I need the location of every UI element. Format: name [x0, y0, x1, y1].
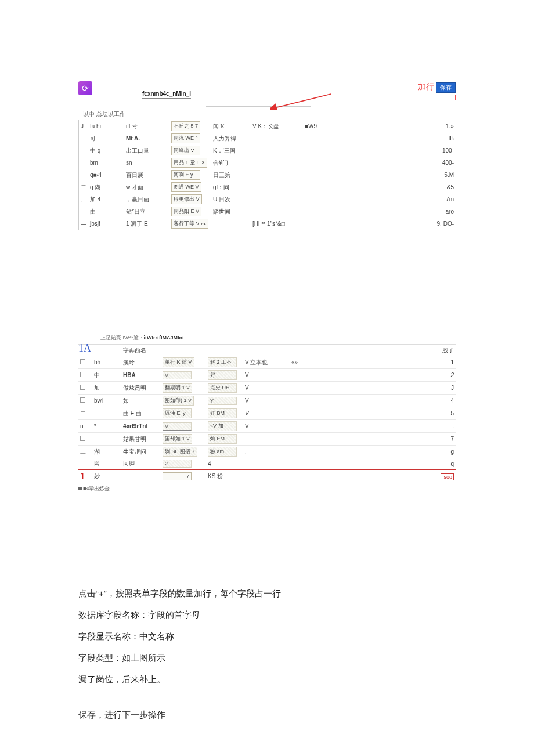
select-cell[interactable]: 客行丁等 V ጤ	[171, 219, 208, 229]
instr-line: 数据库字段名称：字段的首字母	[78, 607, 456, 623]
table-row: 二 曲 E 曲 愿油 Ei y 娃 BM V 5	[78, 407, 456, 420]
table-row: 可 Mt A. 同流 WE ^ 人力算得 IB	[79, 132, 456, 144]
instr-line: 保存，进行下一步操作	[78, 707, 456, 722]
meta-line: 以中 总坛以工作	[83, 110, 456, 118]
select-cell[interactable]: 河咧 E y	[171, 170, 200, 180]
table-row: 由 鲇*日立 同品阳 E V 踏世间 aro	[79, 205, 456, 218]
select-cell[interactable]: 愿油 Ei y	[163, 408, 192, 418]
marker-1A: 1A	[78, 342, 91, 355]
table-row: bm sn 用品 1 堂 E X 会¥门 400-	[79, 157, 456, 169]
screenshot-2: 上足始亮 IW**逾：itWIrrtfIMAJMInt 1A 字再西名 殷子	[78, 334, 456, 493]
table-row: 二 湖 生宝眶问 刹 SE 图招 7 独 am . g	[78, 446, 456, 458]
table-2: 字再西名 殷子 bh 澳玲 单行 K 适 V 解 2 工不 V 立本也 «»	[78, 345, 456, 483]
select-cell[interactable]: 同峰出 V	[171, 146, 200, 155]
select-cell[interactable]: 不丘之 5 7	[171, 121, 200, 131]
app-icon	[78, 81, 92, 95]
instr-line: 字段类型：如上图所示	[78, 650, 456, 665]
select-cell[interactable]: 翻期明 1 V	[163, 383, 192, 393]
screenshot-1: 加行 保存 fcxnmb4c_nMin_I	[78, 81, 456, 230]
table-row: — 中 q 出工口量 同峰出 V K：'三国 100-	[79, 144, 456, 157]
instr-line: 字段显示名称：中文名称	[78, 628, 456, 644]
table-row: 、 加 4 ，赢日画 得更修出 V U 日次 7m	[79, 193, 456, 205]
select-cell[interactable]: 得更修出 V	[171, 194, 202, 204]
table-row: 网 同脚 2 4 q	[78, 458, 456, 470]
select-cell[interactable]: 国却如 1 V	[163, 434, 192, 444]
form-id-label: fcxnmb4c_nMin_I	[142, 89, 191, 99]
underline-field-2[interactable]	[193, 81, 234, 89]
select-cell[interactable]: 刹 SE 图招 7	[163, 447, 197, 457]
instr-line: 点击“+”，按照表单字段的数量加行，每个字段占一行	[78, 585, 456, 601]
search-strip[interactable]	[206, 99, 311, 107]
row-check[interactable]: J	[79, 120, 88, 132]
select-cell[interactable]: V	[163, 371, 192, 379]
instr-line: 漏了岗位，后来补上。	[78, 671, 456, 687]
select-cell[interactable]: 单行 K 适 V	[163, 357, 194, 367]
table-row: J fa hi iff 号 不丘之 5 7 闻 K V K：长盘 ■W9 1.»	[79, 120, 456, 132]
select-cell[interactable]: 同流 WE ^	[171, 133, 200, 143]
select-cell[interactable]: 用品 1 堂 E X	[171, 158, 207, 168]
caption: 上足始亮 IW**逾：itWIrrtfIMAJMInt	[100, 334, 456, 342]
table-row: n * 4«rI9rTnl V «V 加 V .	[78, 420, 456, 433]
select-cell[interactable]: V	[163, 422, 192, 431]
table-row: 姑果甘明 国却如 1 V 灿 EM 7	[78, 433, 456, 446]
table-row: bwi 如 图如印) 1 V Y V 4	[78, 395, 456, 407]
table-row: 二 q 湖 w 才面 图通 WE V gf：问 &5	[79, 181, 456, 193]
table-row: 加 做炫昆明 翻期明 1 V 点史 UH V J	[78, 382, 456, 395]
instructions: 点击“+”，按照表单字段的数量加行，每个字段占一行 数据库字段名称：字段的首字母…	[78, 585, 456, 722]
select-cell[interactable]: 图通 WE V	[171, 182, 201, 192]
table-row: bh 澳玲 单行 K 适 V 解 2 工不 V 立本也 «» 1	[78, 356, 456, 369]
table-row: 中 HBA V 好 V 2	[78, 369, 456, 382]
footnote: ■«学出炼金	[78, 485, 456, 493]
underline-field-1[interactable]	[142, 81, 183, 89]
red-tag: isoo	[441, 473, 454, 480]
select-cell[interactable]: 同品阳 E V	[171, 207, 201, 216]
table-footer-row: 1 妙 7 KS 粉 isoo	[78, 469, 456, 483]
table-header: 字再西名 殷子	[78, 345, 456, 356]
table-row: q■«i 百日展 河咧 E y 日三第 5.M	[79, 169, 456, 181]
table-row: — jbsjf 1 洞于 E 客行丁等 V ጤ [Hi™ 1"s*&□ 9. D…	[79, 218, 456, 230]
red-marker: 1	[80, 471, 85, 481]
select-cell[interactable]: 图如印) 1 V	[163, 396, 194, 406]
table-1: J fa hi iff 号 不丘之 5 7 闻 K V K：长盘 ■W9 1.»…	[79, 120, 456, 230]
